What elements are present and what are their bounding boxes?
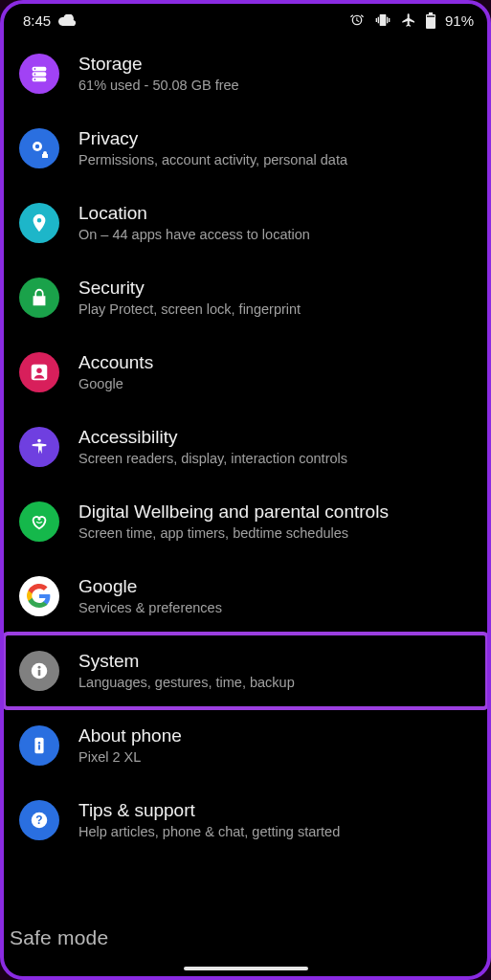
storage-icon [19, 54, 59, 94]
settings-item-accessibility[interactable]: Accessibility Screen readers, display, i… [4, 410, 487, 484]
settings-item-tips[interactable]: ? Tips & support Help articles, phone & … [4, 783, 487, 858]
safe-mode-overlay: Safe mode [10, 926, 108, 949]
svg-point-12 [37, 439, 41, 443]
svg-point-4 [34, 68, 36, 70]
accessibility-icon [19, 427, 59, 467]
settings-item-sub: Play Protect, screen lock, fingerprint [78, 301, 301, 318]
settings-item-sub: Screen time, app timers, bedtime schedul… [78, 524, 389, 542]
status-bar: 8:45 91% [4, 4, 487, 36]
device-frame: 8:45 91% S [0, 0, 491, 980]
help-icon: ? [19, 800, 59, 840]
status-battery-pct: 91% [445, 12, 474, 29]
status-left: 8:45 [23, 12, 76, 29]
settings-item-storage[interactable]: Storage 61% used - 50.08 GB free [4, 36, 487, 111]
vibrate-icon [374, 12, 391, 28]
settings-item-title: Location [78, 203, 310, 225]
svg-rect-19 [38, 745, 40, 750]
settings-item-sub: Permissions, account activity, personal … [78, 151, 347, 168]
settings-item-title: Google [78, 576, 222, 598]
settings-item-title: Digital Wellbeing and parental controls [78, 501, 389, 523]
alarm-icon [349, 12, 365, 28]
svg-point-15 [38, 666, 41, 669]
svg-point-8 [35, 145, 39, 148]
svg-rect-0 [427, 15, 435, 16]
svg-rect-9 [36, 293, 42, 296]
settings-item-sub: Pixel 2 XL [78, 748, 182, 766]
settings-item-google[interactable]: Google Services & preferences [4, 559, 487, 634]
accounts-icon [19, 352, 59, 392]
privacy-icon [19, 128, 59, 168]
settings-item-privacy[interactable]: Privacy Permissions, account activity, p… [4, 111, 487, 186]
status-right: 91% [349, 12, 474, 29]
battery-icon [426, 12, 435, 29]
status-time: 8:45 [23, 12, 51, 29]
settings-item-sub: Help articles, phone & chat, getting sta… [78, 823, 340, 840]
svg-point-13 [38, 518, 41, 521]
settings-item-sub: Google [78, 375, 153, 392]
svg-point-5 [34, 74, 36, 76]
settings-item-wellbeing[interactable]: Digital Wellbeing and parental controls … [4, 484, 487, 559]
svg-point-11 [36, 368, 42, 373]
cloud-icon [58, 14, 76, 26]
settings-item-sub: On – 44 apps have access to location [78, 226, 310, 243]
svg-text:?: ? [35, 813, 42, 827]
settings-item-about[interactable]: About phone Pixel 2 XL [4, 708, 487, 783]
settings-item-accounts[interactable]: Accounts Google [4, 335, 487, 410]
settings-item-location[interactable]: Location On – 44 apps have access to loc… [4, 186, 487, 260]
settings-item-sub: Screen readers, display, interaction con… [78, 450, 347, 467]
svg-point-6 [34, 78, 36, 80]
settings-item-security[interactable]: Security Play Protect, screen lock, fing… [4, 260, 487, 335]
svg-point-18 [38, 742, 40, 744]
settings-item-title: About phone [78, 725, 182, 747]
security-icon [19, 278, 59, 318]
settings-item-title: Privacy [78, 128, 347, 150]
settings-item-title: Security [78, 278, 301, 300]
nav-home-pill[interactable] [184, 967, 308, 970]
svg-rect-16 [38, 670, 41, 676]
system-icon [19, 651, 59, 691]
settings-list: Storage 61% used - 50.08 GB free Privacy… [4, 36, 487, 858]
settings-item-title: Accounts [78, 352, 153, 374]
about-phone-icon [19, 725, 59, 766]
settings-item-title: Tips & support [78, 800, 340, 822]
location-icon [19, 203, 59, 243]
google-icon [19, 576, 59, 616]
wellbeing-icon [19, 501, 59, 542]
settings-item-sub: Services & preferences [78, 599, 222, 616]
settings-item-title: Storage [78, 54, 239, 76]
settings-item-title: System [78, 651, 295, 673]
settings-item-title: Accessibility [78, 427, 347, 449]
settings-item-system[interactable]: System Languages, gestures, time, backup [4, 634, 487, 708]
airplane-icon [401, 12, 416, 28]
settings-item-sub: 61% used - 50.08 GB free [78, 77, 239, 94]
settings-item-sub: Languages, gestures, time, backup [78, 674, 295, 691]
